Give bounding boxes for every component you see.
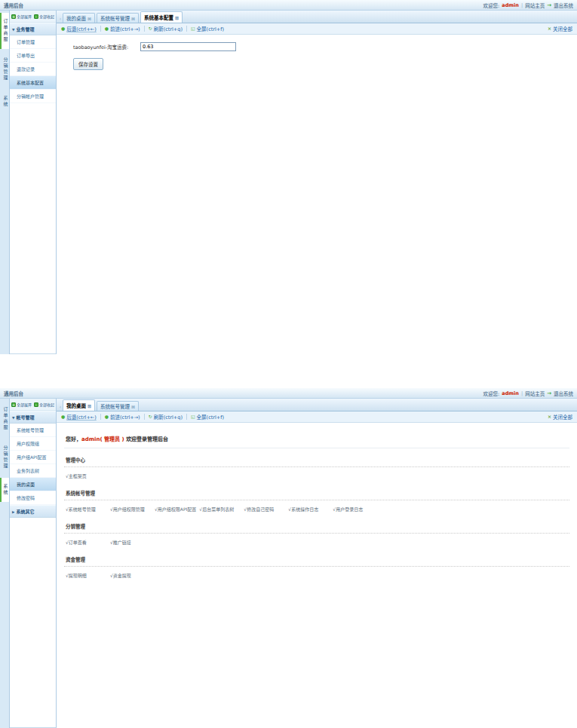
content-area: ‹ 我的桌面 ⊠ 系统帐号管理 ⊠ — [57, 399, 577, 728]
collapse-all-label: 全部收起 — [39, 14, 54, 19]
toolbar: ● 后退(ctrl+←) ● 前进(ctrl+→) ↻ 刷新(ctrl+q) — [57, 411, 577, 423]
forward-label: 前进(ctrl+→) — [110, 25, 140, 32]
app-body: 订单商服 分销管理 系统 + 全部展开 - 全部收起 — [0, 399, 577, 728]
toolbar: ● 后退(ctrl+←) ● 前进(ctrl+→) ↻ 刷新(ctrl+q) — [57, 23, 577, 35]
sidebar-actions: + 全部展开 - 全部收起 — [10, 399, 56, 411]
collapse-all-icon: - — [34, 402, 38, 407]
menu-group-business[interactable]: ▼ 业务管理 — [10, 23, 56, 35]
tab-close-icon[interactable]: ⊠ — [87, 16, 91, 21]
tab-label: 系统基本配置 — [144, 14, 173, 21]
tab-close-icon[interactable]: ⊠ — [87, 403, 91, 408]
menu-group-label: 业务管理 — [17, 26, 35, 32]
sidebar-actions: + 全部展开 - 全部收起 — [10, 11, 56, 23]
refresh-icon: ↻ — [149, 414, 152, 419]
section-title: 分销管理 — [64, 520, 569, 534]
screen-my-desktop: 通用后台 欢迎您: admin | 网站主页 → 退出系统 订单商服 分销管理 … — [0, 388, 577, 728]
permission-item: √订单查看 — [66, 539, 110, 546]
menu-item[interactable]: 分销帐户管理 — [10, 90, 56, 103]
back-button[interactable]: ● 后退(ctrl+←) — [61, 413, 97, 421]
refresh-icon: ↻ — [149, 26, 152, 31]
menu-item[interactable]: 订单管理 — [10, 35, 56, 49]
save-settings-button[interactable]: 保存设置 — [73, 58, 103, 70]
module-tab[interactable]: 系统 — [0, 90, 9, 114]
expand-all-icon: + — [11, 14, 16, 19]
back-label: 后退(ctrl+←) — [66, 413, 97, 421]
header-user-area: 欢迎您: admin | 网站主页 → 退出系统 — [483, 2, 573, 9]
permission-item: √资金提现 — [110, 572, 155, 579]
forward-label: 前进(ctrl+→) — [110, 413, 140, 421]
welcome-label: 欢迎您: — [483, 2, 500, 9]
tab[interactable]: 系统基本配置 ⊠ — [140, 11, 183, 23]
forward-icon: ● — [105, 414, 109, 419]
logout-arrow-icon: → — [547, 2, 551, 8]
menu-item[interactable]: 用户权限组 — [10, 437, 56, 451]
desktop-page: 您好，admin( 管理员 ) 欢迎登录管理后台 管理中心 √主框架页 系统帐号… — [57, 423, 577, 728]
tab[interactable]: 我的桌面 ⊠ — [63, 399, 95, 411]
refresh-button[interactable]: ↻ 刷新(ctrl+q) — [149, 413, 183, 421]
username: admin — [502, 390, 519, 396]
tab[interactable]: 我的桌面 ⊠ — [63, 13, 95, 23]
menu-item[interactable]: 业务列表树 — [10, 464, 56, 478]
welcome-label: 欢迎您: — [483, 390, 500, 397]
module-tab[interactable]: 订单商服 — [0, 13, 9, 49]
logout-link[interactable]: 退出系统 — [554, 2, 573, 9]
module-tab[interactable]: 分销管理 — [0, 51, 9, 87]
fullscreen-icon: ◱ — [191, 26, 195, 31]
close-all-button[interactable]: × 关闭全部 — [548, 413, 572, 421]
tab-label: 系统帐号管理 — [100, 402, 130, 410]
collapse-all-button[interactable]: - 全部收起 — [34, 402, 54, 407]
tab-bar: ‹ 我的桌面 ⊠ 系统帐号管理 ⊠ — [57, 399, 577, 411]
menu-item[interactable]: 系统基本配置 — [10, 76, 56, 90]
home-link[interactable]: 网站主页 — [525, 390, 545, 397]
freight-input[interactable] — [140, 42, 236, 51]
permission-row: √订单查看√推广链接 — [64, 534, 569, 548]
logout-link[interactable]: 退出系统 — [554, 390, 573, 397]
menu-item[interactable]: 退款记录 — [10, 63, 56, 76]
collapse-all-button[interactable]: - 全部收起 — [34, 14, 54, 19]
content-area: ‹ 我的桌面 ⊠ 系统帐号管理 ⊠ — [57, 11, 577, 354]
menu-group-system-other[interactable]: ▶ 系统其它 — [10, 505, 56, 518]
fullscreen-label: 全屏(ctrl+f) — [197, 413, 224, 421]
expand-all-button[interactable]: + 全部展开 — [11, 14, 32, 19]
forward-button[interactable]: ● 前进(ctrl+→) — [105, 25, 140, 32]
tab-close-icon[interactable]: ⊠ — [131, 404, 135, 409]
tab-label: 我的桌面 — [66, 14, 86, 22]
toolbar-divider — [100, 414, 101, 420]
menu-group-account[interactable]: ▼ 帐号管理 — [10, 411, 56, 424]
menu-item[interactable]: 用户组API配置 — [10, 451, 56, 464]
forward-button[interactable]: ● 前进(ctrl+→) — [105, 413, 140, 421]
menu-item[interactable]: 系统帐号管理 — [10, 424, 56, 437]
module-tab[interactable]: 分销管理 — [0, 439, 9, 476]
menu-item[interactable]: 订单导出 — [10, 49, 56, 63]
section-title: 管理中心 — [64, 454, 569, 467]
module-tab[interactable]: 订单商服 — [0, 401, 9, 437]
fullscreen-button[interactable]: ◱ 全屏(ctrl+f) — [191, 413, 224, 421]
home-link[interactable]: 网站主页 — [525, 2, 545, 9]
menu-item[interactable]: 修改密码 — [10, 491, 56, 505]
fullscreen-button[interactable]: ◱ 全屏(ctrl+f) — [191, 25, 224, 32]
module-strip: 订单商服 分销管理 系统 — [0, 11, 10, 354]
tab[interactable]: 系统帐号管理 ⊠ — [97, 401, 139, 411]
tab-close-icon[interactable]: ⊠ — [175, 15, 179, 20]
section-title: 系统帐号管理 — [64, 487, 569, 500]
menu-item[interactable]: 我的桌面 — [10, 478, 56, 491]
permission-item: √用户组权限管理 — [110, 506, 155, 512]
fullscreen-icon: ◱ — [191, 414, 195, 419]
refresh-label: 刷新(ctrl+q) — [154, 413, 183, 421]
close-all-icon: × — [548, 26, 551, 31]
tab-close-icon[interactable]: ⊠ — [131, 16, 135, 21]
expand-all-button[interactable]: + 全部展开 — [11, 402, 32, 407]
permission-row: √主框架页 — [64, 467, 569, 482]
permission-item: √修改自己密码 — [244, 506, 288, 512]
menu-list: 系统帐号管理 用户权限组 用户组API配置 业务列表树 我的桌面 修改密码 — [10, 424, 56, 505]
back-button[interactable]: ● 后退(ctrl+←) — [61, 25, 97, 32]
close-all-button[interactable]: × 关闭全部 — [548, 25, 572, 32]
group-expanded-icon: ▼ — [12, 28, 14, 32]
permission-section: 分销管理 √订单查看√推广链接 — [64, 520, 569, 548]
module-tab[interactable]: 系统 — [0, 478, 9, 502]
toolbar-divider — [100, 26, 101, 32]
refresh-button[interactable]: ↻ 刷新(ctrl+q) — [149, 25, 183, 32]
welcome-heading: 您好，admin( 管理员 ) 欢迎登录管理后台 — [64, 427, 569, 448]
permission-item: √用户登录日志 — [333, 506, 377, 512]
tab[interactable]: 系统帐号管理 ⊠ — [97, 13, 139, 23]
